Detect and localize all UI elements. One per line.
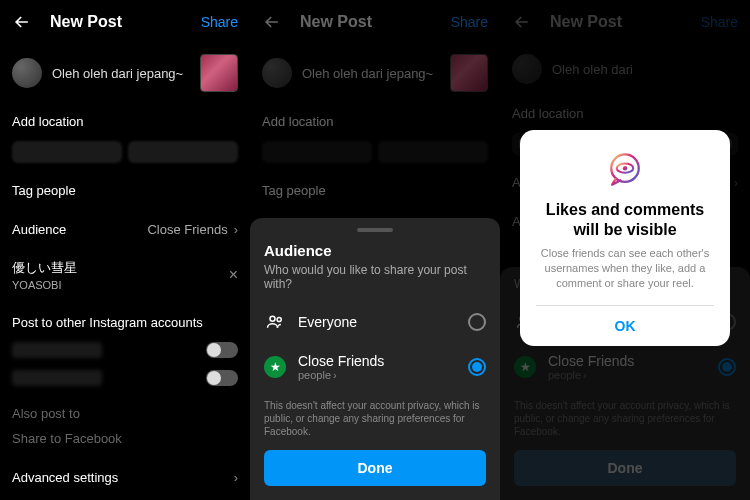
location-chip	[378, 141, 488, 163]
option-label: Everyone	[298, 314, 456, 330]
audience-row[interactable]: Audience Close Friends ›	[0, 210, 250, 249]
star-icon: ★	[264, 356, 286, 378]
avatar	[262, 58, 292, 88]
advanced-settings-row[interactable]: Advanced settings ›	[0, 458, 250, 497]
audience-label: Audience	[12, 222, 66, 237]
done-button[interactable]: Done	[264, 450, 486, 486]
radio-everyone[interactable]	[468, 313, 486, 331]
option-close-friends[interactable]: ★ Close Friends people ›	[264, 343, 486, 391]
media-thumbnail	[450, 54, 488, 92]
svg-point-5	[623, 166, 628, 171]
svg-point-0	[270, 316, 275, 321]
screen-dialog: New Post Share Oleh oleh dari Add locati…	[500, 0, 750, 500]
chevron-right-icon: ›	[333, 369, 337, 381]
dialog-body: Close friends can see each other's usern…	[536, 246, 714, 291]
account-name-redacted	[12, 370, 102, 386]
caption-input[interactable]: Oleh oleh dari jepang~	[52, 66, 190, 81]
back-icon[interactable]	[12, 12, 32, 32]
audience-sheet: Audience Who would you like to share you…	[250, 218, 500, 500]
dialog-title: Likes and comments will be visible	[536, 200, 714, 240]
option-sublabel: people	[298, 369, 331, 381]
account-toggle[interactable]	[206, 370, 238, 386]
visibility-dialog: Likes and comments will be visible Close…	[520, 130, 730, 346]
tag-people-label: Tag people	[262, 183, 326, 198]
post-other-label: Post to other Instagram accounts	[0, 301, 250, 336]
header: New Post Share	[250, 0, 500, 44]
chevron-right-icon: ›	[234, 222, 238, 237]
page-title: New Post	[50, 13, 201, 31]
sheet-subtitle: Who would you like to share your post wi…	[264, 263, 486, 291]
account-row	[0, 336, 250, 364]
page-title: New Post	[300, 13, 451, 31]
media-thumbnail[interactable]	[200, 54, 238, 92]
chevron-right-icon: ›	[234, 470, 238, 485]
audience-value: Close Friends	[147, 222, 227, 237]
location-chip	[262, 141, 372, 163]
advanced-settings-label: Advanced settings	[12, 470, 118, 485]
location-chip[interactable]	[128, 141, 238, 163]
screen-new-post: New Post Share Oleh oleh dari jepang~ Ad…	[0, 0, 250, 500]
sheet-title: Audience	[264, 242, 486, 259]
option-everyone[interactable]: Everyone	[264, 301, 486, 343]
add-location-row: Add location	[250, 102, 500, 141]
radio-close-friends[interactable]	[468, 358, 486, 376]
share-facebook-row[interactable]: Share to Facebook	[0, 427, 250, 458]
tag-people-label: Tag people	[12, 183, 76, 198]
location-chips	[250, 141, 500, 171]
music-artist: YOASOBI	[12, 279, 77, 291]
music-row[interactable]: 優しい彗星 YOASOBI ×	[0, 249, 250, 301]
eye-chat-icon	[603, 148, 647, 192]
account-name-redacted	[12, 342, 102, 358]
add-location-row[interactable]: Add location	[0, 102, 250, 141]
dialog-ok-button[interactable]: OK	[536, 305, 714, 346]
account-toggle[interactable]	[206, 342, 238, 358]
share-facebook-label: Share to Facebook	[12, 431, 122, 446]
drag-handle[interactable]	[357, 228, 393, 232]
tag-people-row: Tag people	[250, 171, 500, 210]
remove-music-icon[interactable]: ×	[229, 266, 238, 284]
location-chips	[0, 141, 250, 171]
caption-input: Oleh oleh dari jepang~	[302, 66, 440, 81]
music-title: 優しい彗星	[12, 259, 77, 277]
screen-audience-sheet: New Post Share Oleh oleh dari jepang~ Ad…	[250, 0, 500, 500]
tag-people-row[interactable]: Tag people	[0, 171, 250, 210]
back-icon[interactable]	[262, 12, 282, 32]
sheet-note: This doesn't affect your account privacy…	[264, 399, 486, 438]
compose-row: Oleh oleh dari jepang~	[0, 44, 250, 102]
people-icon	[264, 311, 286, 333]
account-row	[0, 364, 250, 392]
add-location-label: Add location	[262, 114, 334, 129]
header: New Post Share	[0, 0, 250, 44]
add-location-label: Add location	[12, 114, 84, 129]
also-post-label: Also post to	[0, 392, 250, 427]
location-chip[interactable]	[12, 141, 122, 163]
share-button[interactable]: Share	[451, 14, 488, 30]
svg-point-1	[277, 317, 281, 321]
share-button[interactable]: Share	[201, 14, 238, 30]
compose-row: Oleh oleh dari jepang~	[250, 44, 500, 102]
avatar[interactable]	[12, 58, 42, 88]
option-label: Close Friends	[298, 353, 456, 369]
